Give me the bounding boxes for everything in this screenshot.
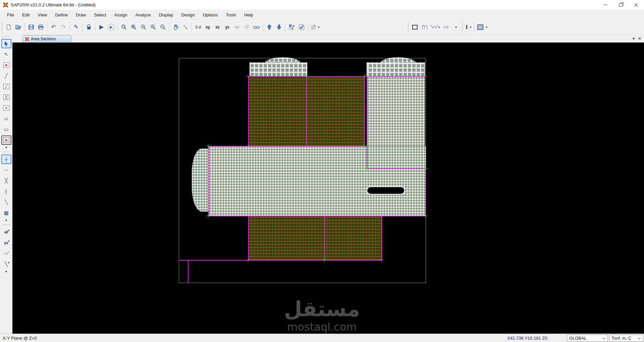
quick-draw-area-button[interactable] xyxy=(1,135,11,145)
tab-sap-icon xyxy=(25,37,29,41)
quick-draw-braces-button[interactable]: ╳ xyxy=(1,93,11,102)
menu-tools[interactable]: Tools xyxy=(222,11,240,19)
quick-draw-frame-button[interactable]: ╱ xyxy=(1,82,11,91)
section-dropdown-button[interactable]: ▾ xyxy=(451,22,460,32)
units-dropdown[interactable]: Tonf, m, C xyxy=(609,335,643,342)
undo-button[interactable]: ↶ xyxy=(49,22,58,32)
select-tools-dropdown-icon[interactable]: ▾ xyxy=(5,270,7,274)
menu-display[interactable]: Display xyxy=(155,11,177,19)
lock-button[interactable] xyxy=(84,22,93,32)
curve-section-button[interactable]: ▾ xyxy=(430,22,441,32)
nd-button[interactable]: nd xyxy=(441,22,450,32)
maximize-button[interactable] xyxy=(613,0,629,10)
reshape-icon: ↖ xyxy=(4,51,8,57)
rubber-band-zoom-button[interactable] xyxy=(119,22,128,32)
zoom-out-button[interactable] xyxy=(158,22,167,32)
previous-selection-button[interactable]: ps ➤ xyxy=(1,238,11,247)
draw-poly-area-button[interactable]: ▱ xyxy=(1,114,11,123)
toolbar3-grip[interactable] xyxy=(462,22,463,32)
menu-file[interactable]: File xyxy=(3,11,18,19)
menu-view[interactable]: View xyxy=(34,11,51,19)
draw-rect-area-button[interactable]: ▭ xyxy=(1,125,11,134)
menu-help[interactable]: Help xyxy=(240,11,257,19)
view-nv-button[interactable]: nv xyxy=(232,22,241,32)
snap-tools-dropdown-icon[interactable]: ▾ xyxy=(5,218,7,222)
view-xz-button[interactable]: xz xyxy=(213,22,222,32)
analysis-check-button[interactable] xyxy=(297,22,306,32)
brown-area-bottom[interactable] xyxy=(248,216,382,260)
close-button[interactable] xyxy=(629,0,644,10)
redo-button[interactable]: ↷ xyxy=(59,22,68,32)
run-analysis-button[interactable]: ▶ xyxy=(97,22,106,32)
previous-zoom-button[interactable] xyxy=(139,22,148,32)
zoom-in-button[interactable] xyxy=(149,22,158,32)
view-xy-button[interactable]: xy xyxy=(203,22,212,32)
watermark-url: mostaql.com xyxy=(272,321,372,333)
menu-design[interactable]: Design xyxy=(177,11,199,19)
clear-selection-button[interactable]: clr ➤ xyxy=(1,249,11,258)
i-beam-section-button[interactable]: I ▾ xyxy=(464,22,473,32)
quick-draw-secondary-beams-button[interactable]: ≡ xyxy=(1,103,11,113)
zoom-in-icon xyxy=(150,24,156,30)
snap-ends-midpoints-button[interactable]: ∘∘ xyxy=(1,165,11,175)
snap-intersections-icon: ╳ xyxy=(5,178,8,184)
menu-select[interactable]: Select xyxy=(90,11,110,19)
coordinate-system-dropdown[interactable]: GLOBAL xyxy=(567,335,608,342)
menu-assign[interactable]: Assign xyxy=(110,11,131,19)
selected-edge xyxy=(367,76,367,168)
window-title: SAP2000 v21.0.2 Ultimate 64-bit - (Untit… xyxy=(11,2,96,7)
snap-grid-button[interactable]: ▦ xyxy=(1,208,11,218)
model-view-canvas[interactable]: مستقل mostaql.com xyxy=(12,43,644,334)
open-file-button[interactable] xyxy=(14,22,23,32)
save-button[interactable] xyxy=(26,22,36,32)
minimize-button[interactable] xyxy=(598,0,613,10)
frame-h-section-button[interactable] xyxy=(420,22,429,32)
area-section-button[interactable]: ▾ xyxy=(476,22,489,32)
snap-lines-button[interactable]: ╲ xyxy=(1,197,11,207)
print-button[interactable] xyxy=(36,22,45,32)
toolbar2-grip[interactable] xyxy=(408,22,409,32)
assign-copy-button[interactable]: ▾ xyxy=(309,22,321,32)
tab-list-menu-icon[interactable]: ▾ xyxy=(633,36,635,41)
snap-intersections-button[interactable]: ╳ xyxy=(1,176,11,185)
display-options-button[interactable] xyxy=(252,22,261,32)
frame-rect-section-button[interactable] xyxy=(411,22,420,32)
menu-define[interactable]: Define xyxy=(51,11,72,19)
menu-options[interactable]: Options xyxy=(199,11,222,19)
menu-edit[interactable]: Edit xyxy=(18,11,34,19)
menu-draw[interactable]: Draw xyxy=(72,11,90,19)
new-model-button[interactable] xyxy=(4,22,13,32)
rotate-view-button[interactable]: ↺ xyxy=(242,22,251,32)
run-analysis-icon: ▶ xyxy=(99,23,104,31)
reshape-tool-button[interactable]: ↖ xyxy=(1,50,11,59)
shrink-objects-button[interactable] xyxy=(181,22,190,32)
menu-analyze[interactable]: Analyze xyxy=(131,11,155,19)
select-pointer-button[interactable] xyxy=(1,39,11,48)
move-up-level-button[interactable] xyxy=(265,22,274,32)
select-intersecting-line-button[interactable]: ╲ ➤ xyxy=(1,260,11,269)
stair-opening[interactable] xyxy=(367,187,404,194)
draw-tools-dropdown-icon[interactable]: ▾ xyxy=(5,146,7,150)
snap-joints-button[interactable]: ┼ xyxy=(1,155,11,164)
selection-handle xyxy=(365,167,369,170)
dome-slab-left[interactable] xyxy=(250,62,307,77)
view-yz-button[interactable]: yz xyxy=(223,22,232,32)
snap-perpendicular-button[interactable]: ┤ xyxy=(1,187,11,196)
select-mode-button[interactable] xyxy=(287,22,296,32)
move-down-level-button[interactable] xyxy=(274,22,283,32)
move-down-icon xyxy=(276,24,282,30)
sidebar-grip[interactable] xyxy=(2,36,11,37)
central-slab[interactable] xyxy=(208,146,426,216)
draw-button[interactable]: ✎ xyxy=(71,22,80,32)
pan-button[interactable] xyxy=(171,22,180,32)
draw-special-joint-button[interactable] xyxy=(1,60,11,70)
shrink-objects-icon xyxy=(183,24,188,30)
view-3d-button[interactable]: 3-d xyxy=(194,22,203,32)
run-animation-button[interactable]: ▶ xyxy=(107,22,116,32)
toolbar-grip[interactable] xyxy=(1,22,3,32)
draw-frame-button[interactable]: ╱ xyxy=(1,71,11,80)
select-all-button[interactable]: all ➤ xyxy=(1,227,11,237)
restore-full-view-button[interactable] xyxy=(129,22,138,32)
tab-close-icon[interactable]: ✕ xyxy=(638,36,641,41)
tab-area-sections[interactable]: Area Sections xyxy=(22,35,71,42)
